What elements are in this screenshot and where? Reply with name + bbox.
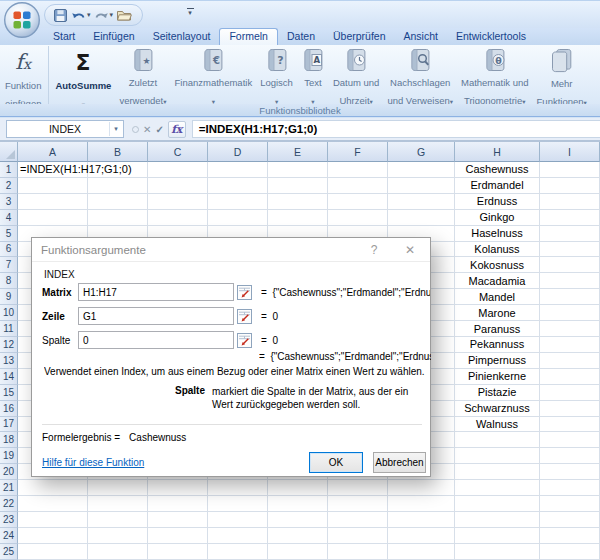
range-selector-icon[interactable] xyxy=(237,285,252,300)
cell-h17[interactable]: Walnuss xyxy=(455,417,540,433)
column-header-i[interactable]: I xyxy=(540,142,600,162)
cell-a22[interactable] xyxy=(18,496,88,512)
cell-h12[interactable]: Pekannuss xyxy=(455,337,540,353)
cell-g21[interactable] xyxy=(388,480,455,496)
cell-g22[interactable] xyxy=(388,496,455,512)
cell-g25[interactable] xyxy=(388,544,455,560)
cell-e2[interactable] xyxy=(268,178,328,194)
range-selector-icon[interactable] xyxy=(237,333,252,348)
cell-h20[interactable] xyxy=(455,464,540,480)
more-functions-button[interactable]: MehrFunktionen▾ xyxy=(533,46,591,104)
cell-i25[interactable] xyxy=(540,544,600,560)
redo-icon[interactable]: ▾ xyxy=(94,9,114,22)
cell-e21[interactable] xyxy=(268,480,328,496)
cell-c22[interactable] xyxy=(148,496,208,512)
cell-c23[interactable] xyxy=(148,512,208,528)
argument-input-zeile[interactable] xyxy=(78,307,234,325)
cell-d25[interactable] xyxy=(208,544,268,560)
enter-entry-icon[interactable]: ✓ xyxy=(155,124,163,135)
cell-a1[interactable]: =INDEX(H1:H17;G1;0) xyxy=(18,162,88,178)
cell-f1[interactable] xyxy=(328,162,388,178)
dialog-help-icon[interactable]: ? xyxy=(363,243,385,257)
cell-i17[interactable] xyxy=(540,417,600,433)
cell-c25[interactable] xyxy=(148,544,208,560)
row-header-19[interactable]: 19 xyxy=(0,448,18,464)
ok-button[interactable]: OK xyxy=(309,452,363,473)
cell-h24[interactable] xyxy=(455,528,540,544)
undo-dropdown-icon[interactable]: ▾ xyxy=(87,11,91,19)
row-header-9[interactable]: 9 xyxy=(0,289,18,305)
cell-d4[interactable] xyxy=(208,210,268,226)
cell-i5[interactable] xyxy=(540,226,600,242)
cell-b4[interactable] xyxy=(88,210,148,226)
cell-i9[interactable] xyxy=(540,289,600,305)
row-header-14[interactable]: 14 xyxy=(0,369,18,385)
cell-f25[interactable] xyxy=(328,544,388,560)
cell-e23[interactable] xyxy=(268,512,328,528)
argument-input-matrix[interactable] xyxy=(78,283,234,301)
cell-i8[interactable] xyxy=(540,273,600,289)
cell-i14[interactable] xyxy=(540,369,600,385)
recent-functions-book-button[interactable]: ★Zuletztverwendet▾ xyxy=(115,46,170,104)
cell-f4[interactable] xyxy=(328,210,388,226)
row-header-2[interactable]: 2 xyxy=(0,178,18,194)
cell-i21[interactable] xyxy=(540,480,600,496)
cell-c4[interactable] xyxy=(148,210,208,226)
cell-e24[interactable] xyxy=(268,528,328,544)
open-icon[interactable] xyxy=(116,9,132,22)
logic-book-button[interactable]: ?Logisch▾ xyxy=(256,46,297,104)
cell-d21[interactable] xyxy=(208,480,268,496)
cell-h4[interactable]: Ginkgo xyxy=(455,210,540,226)
cell-h6[interactable]: Kolanuss xyxy=(455,242,540,258)
row-header-6[interactable]: 6 xyxy=(0,242,18,258)
column-header-d[interactable]: D xyxy=(208,142,268,162)
cell-h2[interactable]: Erdmandel xyxy=(455,178,540,194)
finance-book-button[interactable]: €Finanzmathematik▾ xyxy=(171,46,257,104)
cell-i1[interactable] xyxy=(540,162,600,178)
tab-einfügen[interactable]: Einfügen xyxy=(84,28,143,45)
cell-e4[interactable] xyxy=(268,210,328,226)
qat-customize-icon[interactable]: ▾ xyxy=(184,8,196,16)
help-link[interactable]: Hilfe für diese Funktion xyxy=(42,457,144,468)
cell-g3[interactable] xyxy=(388,194,455,210)
row-header-10[interactable]: 10 xyxy=(0,305,18,321)
row-header-1[interactable]: 1 xyxy=(0,162,18,178)
text-book-button[interactable]: AText▾ xyxy=(297,46,329,104)
row-header-17[interactable]: 17 xyxy=(0,417,18,433)
cell-h19[interactable] xyxy=(455,448,540,464)
cancel-entry-icon[interactable]: ✕ xyxy=(143,124,151,135)
datetime-book-button[interactable]: Datum undUhrzeit▾ xyxy=(329,46,383,104)
office-button[interactable] xyxy=(3,1,41,39)
row-header-21[interactable]: 21 xyxy=(0,480,18,496)
cell-h7[interactable]: Kokosnuss xyxy=(455,257,540,273)
cell-h13[interactable]: Pimpernuss xyxy=(455,353,540,369)
cell-i19[interactable] xyxy=(540,448,600,464)
row-header-5[interactable]: 5 xyxy=(0,226,18,242)
row-header-11[interactable]: 11 xyxy=(0,321,18,337)
cell-i3[interactable] xyxy=(540,194,600,210)
dialog-title-bar[interactable]: Funktionsargumente ? ✕ xyxy=(32,238,430,262)
cell-g1[interactable] xyxy=(388,162,455,178)
cell-h10[interactable]: Marone xyxy=(455,305,540,321)
cell-h1[interactable]: Cashewnuss xyxy=(455,162,540,178)
dialog-close-icon[interactable]: ✕ xyxy=(399,243,421,257)
cell-d22[interactable] xyxy=(208,496,268,512)
cell-h14[interactable]: Pinienkerne xyxy=(455,369,540,385)
column-header-b[interactable]: B xyxy=(88,142,148,162)
tab-überprüfen[interactable]: Überprüfen xyxy=(324,28,395,45)
cell-f24[interactable] xyxy=(328,528,388,544)
cell-c1[interactable] xyxy=(148,162,208,178)
cell-c2[interactable] xyxy=(148,178,208,194)
undo-icon[interactable]: ▾ xyxy=(71,9,91,22)
tab-daten[interactable]: Daten xyxy=(278,28,324,45)
redo-dropdown-icon[interactable]: ▾ xyxy=(110,11,114,19)
cell-g23[interactable] xyxy=(388,512,455,528)
row-header-16[interactable]: 16 xyxy=(0,401,18,417)
column-header-a[interactable]: A xyxy=(18,142,88,162)
cell-h23[interactable] xyxy=(455,512,540,528)
cell-f22[interactable] xyxy=(328,496,388,512)
tab-start[interactable]: Start xyxy=(44,28,84,45)
cell-f3[interactable] xyxy=(328,194,388,210)
cell-a24[interactable] xyxy=(18,528,88,544)
cell-i15[interactable] xyxy=(540,385,600,401)
